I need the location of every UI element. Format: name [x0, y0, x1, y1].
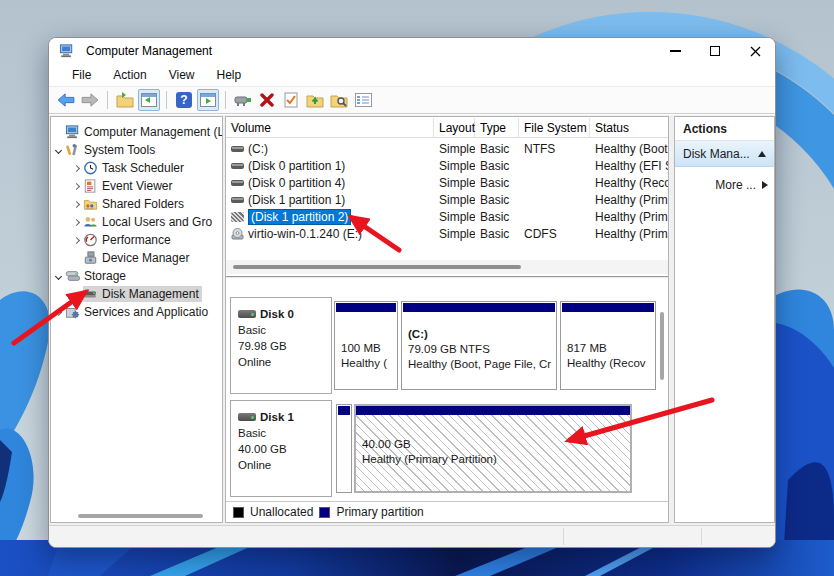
- list-options-button[interactable]: [352, 89, 374, 111]
- disk-1-block: Disk 1 Basic 40.00 GB Online 40.00 GBHea…: [228, 400, 658, 497]
- computer-management-window: Computer Management File Action View Hel…: [48, 37, 776, 548]
- column-header-type[interactable]: Type: [475, 118, 519, 138]
- tree-item-label: System Tools: [84, 143, 155, 157]
- tree-item-system-tools[interactable]: System Tools: [51, 141, 222, 159]
- tree-item-label: Performance: [102, 233, 171, 247]
- volume-row[interactable]: (C:) Simple Basic NTFS Healthy (Boot: [226, 140, 668, 157]
- column-header-layout[interactable]: Layout: [434, 118, 475, 138]
- volume-icon: [231, 178, 244, 188]
- disk-1-label[interactable]: Disk 1 Basic 40.00 GB Online: [230, 400, 332, 497]
- disk0-partition-recovery[interactable]: 817 MBHealthy (Recov: [560, 301, 656, 390]
- menu-view[interactable]: View: [158, 64, 206, 86]
- find-button[interactable]: [328, 89, 350, 111]
- column-header-status[interactable]: Status: [590, 118, 669, 138]
- status-bar-divider: [563, 528, 564, 545]
- tree-item-local-users-groups[interactable]: Local Users and Gro: [51, 213, 222, 231]
- action-pane-toggle-button[interactable]: [197, 89, 219, 111]
- tree-horizontal-scrollbar[interactable]: [78, 514, 203, 518]
- menu-action[interactable]: Action: [102, 64, 157, 86]
- volume-row[interactable]: (Disk 1 partition 1) Simple Basic Health…: [226, 191, 668, 208]
- action-pane-icon: [200, 93, 216, 107]
- volume-row-selected[interactable]: (Disk 1 partition 2) Simple Basic Health…: [226, 208, 668, 225]
- column-header-file-system[interactable]: File System: [519, 118, 590, 138]
- chevron-right-icon[interactable]: [69, 202, 83, 207]
- desktop: Computer Management File Action View Hel…: [0, 0, 834, 576]
- folder-search-icon: [330, 92, 348, 108]
- console-tree-icon: [141, 93, 157, 107]
- console-tree-toggle-button[interactable]: [138, 89, 160, 111]
- chevron-up-icon[interactable]: [758, 151, 766, 157]
- primary-partition-bar: [338, 406, 350, 415]
- export-list-button[interactable]: [114, 89, 136, 111]
- volume-row[interactable]: (Disk 0 partition 1) Simple Basic Health…: [226, 157, 668, 174]
- disk0-partition-c[interactable]: (C:)79.09 GB NTFSHealthy (Boot, Page Fil…: [401, 301, 557, 390]
- volume-row[interactable]: (Disk 0 partition 4) Simple Basic Health…: [226, 174, 668, 191]
- device-icon: [234, 94, 252, 106]
- volume-list-horizontal-scrollbar[interactable]: [226, 260, 668, 274]
- menu-file[interactable]: File: [61, 64, 102, 86]
- chevron-right-icon: [762, 181, 768, 189]
- tree-item-device-manager[interactable]: Device Manager: [51, 249, 222, 267]
- chevron-right-icon[interactable]: [51, 310, 65, 315]
- delete-x-icon: [260, 93, 274, 107]
- cd-drive-icon: [231, 228, 244, 240]
- open-button[interactable]: [304, 89, 326, 111]
- selected-volume-name: (Disk 1 partition 2): [248, 209, 351, 225]
- scrollbar-thumb[interactable]: [233, 265, 521, 269]
- tree-item-performance[interactable]: Performance: [51, 231, 222, 249]
- primary-partition-bar: [562, 303, 654, 312]
- column-header-volume[interactable]: Volume: [226, 118, 434, 138]
- disk1-partition-small[interactable]: [336, 404, 352, 493]
- actions-more-item[interactable]: More ...: [675, 173, 774, 197]
- window-title: Computer Management: [86, 44, 212, 58]
- title-bar[interactable]: Computer Management: [49, 38, 775, 64]
- tree-item-label: Local Users and Gro: [102, 215, 212, 229]
- back-button[interactable]: [55, 89, 77, 111]
- back-icon: [57, 93, 75, 107]
- tree-item-label: Shared Folders: [102, 197, 184, 211]
- disk1-partition-selected[interactable]: 40.00 GBHealthy (Primary Partition): [354, 404, 632, 493]
- forward-button[interactable]: [79, 89, 101, 111]
- properties-button[interactable]: [280, 89, 302, 111]
- tree-item-computer-management[interactable]: Computer Management (L: [51, 123, 222, 141]
- chevron-down-icon[interactable]: [51, 148, 65, 153]
- primary-partition-bar: [356, 406, 630, 415]
- disk0-partition-1[interactable]: 100 MBHealthy (: [334, 301, 398, 390]
- chevron-right-icon[interactable]: [69, 184, 83, 189]
- volume-list-header: Volume Layout Type File System Status: [226, 118, 668, 138]
- unallocated-swatch: [233, 507, 244, 518]
- tree-item-services-applications[interactable]: Services and Applicatio: [51, 303, 222, 321]
- tree-item-storage[interactable]: Storage: [51, 267, 222, 285]
- tree-item-event-viewer[interactable]: Event Viewer: [51, 177, 222, 195]
- tree-item-disk-management[interactable]: Disk Management: [51, 285, 222, 303]
- disk-management-panel: Volume Layout Type File System Status (C…: [225, 116, 669, 523]
- console-tree-panel: Computer Management (L System Tools Task…: [50, 116, 223, 523]
- disk-area-vertical-scrollbar[interactable]: [660, 312, 664, 380]
- chevron-right-icon[interactable]: [69, 220, 83, 225]
- delete-button[interactable]: [256, 89, 278, 111]
- disk-0-label[interactable]: Disk 0 Basic 79.98 GB Online: [230, 297, 332, 394]
- actions-panel-title: Actions: [675, 117, 774, 141]
- toolbar: ?: [49, 87, 775, 114]
- primary-partition-swatch: [319, 507, 330, 518]
- volume-row[interactable]: virtio-win-0.1.240 (E:) Simple Basic CDF…: [226, 225, 668, 242]
- help-button[interactable]: ?: [173, 89, 195, 111]
- tree-item-label: Device Manager: [102, 251, 189, 265]
- minimize-button[interactable]: [655, 38, 695, 64]
- maximize-button[interactable]: [695, 38, 735, 64]
- tree-item-shared-folders[interactable]: Shared Folders: [51, 195, 222, 213]
- actions-group-disk-management[interactable]: Disk Mana...: [675, 141, 774, 167]
- refresh-disk-button[interactable]: [232, 89, 254, 111]
- chevron-right-icon[interactable]: [69, 166, 83, 171]
- disk-icon: [238, 310, 256, 318]
- shared-folder-icon: [83, 197, 98, 211]
- event-log-icon: [83, 179, 98, 193]
- computer-icon: [65, 125, 80, 139]
- legend-unallocated-label: Unallocated: [250, 505, 313, 519]
- tree-item-task-scheduler[interactable]: Task Scheduler: [51, 159, 222, 177]
- panel-splitter[interactable]: [226, 276, 668, 279]
- chevron-right-icon[interactable]: [69, 238, 83, 243]
- menu-help[interactable]: Help: [206, 64, 253, 86]
- chevron-down-icon[interactable]: [51, 274, 65, 279]
- close-button[interactable]: [735, 38, 775, 64]
